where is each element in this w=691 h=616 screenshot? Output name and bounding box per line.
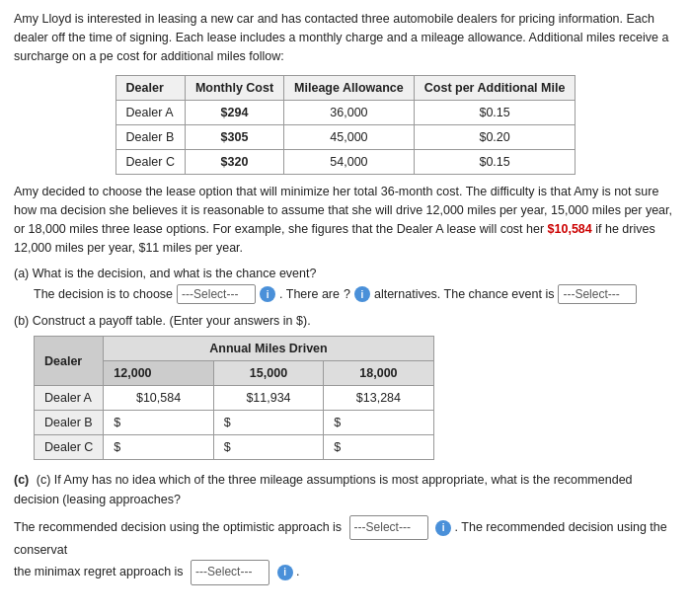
dealer-table: Dealer Monthly Cost Mileage Allowance Co… (115, 75, 576, 175)
dealer-b-cost: $0.20 (414, 125, 576, 150)
table-row: Dealer C $320 54,000 $0.15 (115, 150, 576, 175)
intro-paragraph: Amy Lloyd is interested in leasing a new… (14, 10, 677, 65)
optimistic-prefix: The recommended decision using the optim… (14, 520, 342, 534)
table-row: Dealer B $305 45,000 $0.20 (115, 125, 576, 150)
part-a-label: (a) What is the decision, and what is th… (14, 267, 677, 280)
section-description: Amy decided to choose the lease option t… (14, 183, 677, 257)
payoff-row-a: Dealer A $10,584 $11,934 $13,284 (35, 386, 434, 411)
col-header-mileage: Mileage Allowance (284, 76, 415, 101)
alternatives-num: ? (344, 287, 350, 301)
part-c-section: (c) (c) If Amy has no idea which of the … (14, 470, 677, 584)
payoff-annual-header: Annual Miles Driven (104, 337, 433, 361)
payoff-a-15k: $11,934 (213, 386, 323, 411)
payoff-c-12k[interactable]: $ (104, 435, 213, 460)
payoff-row-c: Dealer C $ $ $ (35, 435, 434, 460)
optimistic-select[interactable]: ---Select--- (349, 515, 428, 540)
decision-select[interactable]: ---Select--- (177, 284, 256, 304)
payoff-dealer-b: Dealer B (35, 411, 104, 435)
dealer-b-name: Dealer B (115, 125, 185, 150)
payoff-b-12k-input[interactable] (124, 416, 203, 429)
payoff-b-18k[interactable]: $ (324, 411, 433, 435)
col-header-monthly: Monthly Cost (185, 76, 283, 101)
payoff-table: Dealer Annual Miles Driven 12,000 15,000… (34, 336, 434, 460)
payoff-b-18k-input[interactable] (345, 416, 423, 429)
info-icon-4[interactable]: i (277, 565, 293, 580)
part-a-answer-row: The decision is to choose ---Select--- i… (14, 284, 677, 304)
there-are-text: . There are (279, 287, 340, 301)
payoff-dealer-c: Dealer C (35, 435, 104, 460)
dealer-c-monthly: $320 (185, 150, 283, 175)
col-header-cost: Cost per Additional Mile (414, 76, 576, 101)
dealer-a-name: Dealer A (115, 101, 185, 125)
info-icon-1[interactable]: i (260, 286, 275, 302)
payoff-15k-header: 15,000 (213, 361, 323, 386)
info-icon-3[interactable]: i (435, 520, 451, 536)
payoff-b-15k-input[interactable] (234, 416, 313, 429)
highlight-value: $10,584 (548, 222, 592, 236)
info-icon-2[interactable]: i (354, 286, 370, 302)
payoff-b-12k[interactable]: $ (104, 411, 213, 435)
table-row: Dealer A $294 36,000 $0.15 (115, 101, 576, 125)
payoff-a-12k: $10,584 (104, 386, 213, 411)
col-header-dealer: Dealer (115, 76, 185, 101)
dealer-c-mileage: 54,000 (284, 150, 415, 175)
payoff-row-b: Dealer B $ $ $ (35, 411, 434, 435)
part-c-line2: the minimax regret approach is ---Select… (14, 560, 677, 584)
chance-event-select[interactable]: ---Select--- (558, 284, 637, 304)
dealer-a-monthly: $294 (185, 101, 283, 125)
part-b-label: (b) Construct a payoff table. (Enter you… (14, 314, 677, 328)
payoff-dealer-a: Dealer A (35, 386, 104, 411)
payoff-dealer-header: Dealer (35, 337, 104, 386)
dealer-a-cost: $0.15 (414, 101, 576, 125)
payoff-a-18k: $13,284 (324, 386, 433, 411)
payoff-c-18k[interactable]: $ (324, 435, 433, 460)
dealer-b-mileage: 45,000 (284, 125, 415, 150)
payoff-c-18k-input[interactable] (345, 440, 423, 454)
alternatives-label: alternatives. The chance event is (374, 287, 555, 301)
minimax-prefix: the minimax regret approach is (14, 565, 184, 578)
payoff-18k-header: 18,000 (324, 361, 433, 386)
decision-prefix: The decision is to choose (34, 287, 173, 301)
dealer-c-cost: $0.15 (414, 150, 576, 175)
payoff-c-15k-input[interactable] (234, 440, 313, 454)
dealer-b-monthly: $305 (185, 125, 283, 150)
minimax-select[interactable]: ---Select--- (191, 560, 269, 584)
part-c-label: (c) (c) If Amy has no idea which of the … (14, 470, 677, 509)
payoff-c-12k-input[interactable] (124, 440, 203, 454)
dealer-a-mileage: 36,000 (284, 101, 415, 125)
dealer-c-name: Dealer C (115, 150, 185, 175)
payoff-b-15k[interactable]: $ (213, 411, 323, 435)
part-c-line1: The recommended decision using the optim… (14, 515, 677, 560)
payoff-c-15k[interactable]: $ (213, 435, 323, 460)
payoff-12k-header: 12,000 (104, 361, 213, 386)
